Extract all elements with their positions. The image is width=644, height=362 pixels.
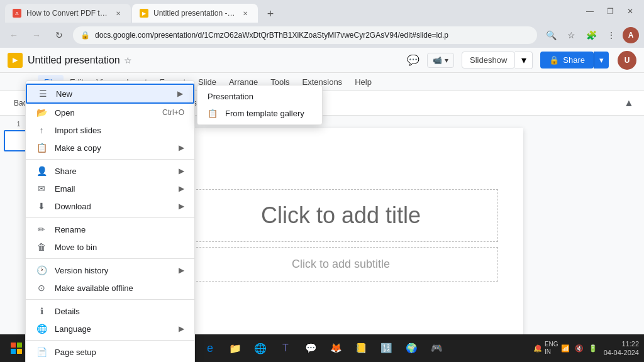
taskbar-firefox[interactable]: 🦊 [325, 337, 347, 359]
slideshow-dropdown-button[interactable]: ▾ [515, 52, 533, 69]
slide-title-area[interactable]: Click to add title [184, 189, 498, 242]
notification-bell-icon[interactable]: 🔔 [532, 343, 543, 354]
slide-canvas[interactable]: Click to add title Click to add subtitle [158, 128, 523, 334]
menu-option-open[interactable]: 📂 Open Ctrl+O [26, 104, 194, 121]
taskbar-teams[interactable]: T [274, 337, 297, 359]
camera-button[interactable]: 📹 ▾ [427, 53, 454, 68]
title-bar: A How to Convert PDF to Googl... ✕ ▶ Unt… [0, 0, 644, 23]
tabs-container: A How to Convert PDF to Googl... ✕ ▶ Unt… [5, 0, 579, 23]
download-icon: ⬇ [36, 201, 47, 211]
more-options-icon[interactable]: ⋮ [602, 26, 620, 44]
browser-frame: A How to Convert PDF to Googl... ✕ ▶ Unt… [0, 0, 644, 362]
back-button[interactable]: ← [5, 26, 23, 44]
new-tab-button[interactable]: + [262, 5, 279, 23]
minimize-button[interactable]: — [581, 3, 599, 20]
tab-pdf[interactable]: A How to Convert PDF to Googl... ✕ [5, 4, 131, 23]
extension-icon[interactable]: 🧩 [582, 26, 600, 44]
system-clock[interactable]: 11:22 04-04-2024 [604, 339, 639, 358]
tab-close-pdf[interactable]: ✕ [113, 8, 123, 18]
profile-avatar[interactable]: A [623, 27, 639, 43]
menu-divider-3 [26, 258, 194, 259]
taskbar-calculator[interactable]: 🔢 [375, 337, 397, 359]
url-bar[interactable]: 🔒 docs.google.com/presentation/d/1CmzO62… [73, 26, 537, 44]
version-label: Version history [55, 266, 108, 275]
menu-divider-4 [26, 299, 194, 300]
offline-label: Make available offline [55, 283, 133, 293]
menu-option-rename[interactable]: ✏ Rename [26, 221, 194, 238]
page-setup-label: Page setup [55, 348, 96, 357]
menu-help[interactable]: Help [348, 75, 378, 89]
refresh-button[interactable]: ↻ [50, 26, 68, 44]
offline-icon: ⊙ [36, 283, 47, 293]
submenu-from-template[interactable]: 📋 From template gallery [197, 105, 322, 122]
battery-icon[interactable]: 🔋 [587, 343, 599, 354]
menu-option-import[interactable]: ↑ Import slides [26, 121, 194, 139]
lock-icon: 🔒 [80, 31, 90, 40]
menu-option-move-bin[interactable]: 🗑 Move to bin [26, 238, 194, 256]
comment-button[interactable]: 💬 [404, 52, 422, 69]
app-title-container: Untitled presentation ☆ [28, 55, 399, 66]
search-browser-icon[interactable]: 🔍 [542, 26, 560, 44]
share-button[interactable]: 🔒 Share [540, 52, 594, 69]
menu-option-new[interactable]: ☰ New ▶ Presentation 📋 From template gal… [26, 84, 194, 104]
open-label: Open [55, 108, 75, 118]
menu-option-email[interactable]: ✉ Email ▶ [26, 180, 194, 197]
new-submenu: Presentation 📋 From template gallery [197, 85, 323, 125]
share-dropdown-button[interactable]: ▾ [594, 52, 609, 69]
slide-subtitle-area[interactable]: Click to add subtitle [184, 247, 498, 282]
import-label: Import slides [55, 126, 101, 135]
close-button[interactable]: ✕ [621, 3, 639, 20]
menu-option-details[interactable]: ℹ Details [26, 302, 194, 320]
menu-option-offline[interactable]: ⊙ Make available offline [26, 279, 194, 297]
menu-option-download[interactable]: ⬇ Download ▶ [26, 197, 194, 215]
sys-tray: 🔔 ENG IN 📶 🔇 🔋 [532, 343, 599, 354]
slide-subtitle-placeholder: Click to add subtitle [292, 258, 390, 270]
copy-arrow: ▶ [179, 143, 184, 152]
bookmark-icon[interactable]: ☆ [562, 26, 580, 44]
open-shortcut: Ctrl+O [162, 108, 184, 117]
slide-title-placeholder: Click to add title [261, 202, 421, 228]
menu-option-share[interactable]: 👤 Share ▶ [26, 162, 194, 180]
user-avatar[interactable]: U [618, 51, 636, 70]
submenu-presentation[interactable]: Presentation [197, 88, 322, 105]
taskbar-notepad[interactable]: 📒 [350, 337, 372, 359]
clock-time: 11:22 [621, 339, 639, 348]
taskbar-explorer[interactable]: 📁 [224, 337, 247, 359]
language-arrow: ▶ [179, 324, 184, 333]
forward-button[interactable]: → [28, 26, 45, 44]
toolbar-collapse-button[interactable]: ▲ [621, 96, 636, 111]
header-actions: 💬 📹 ▾ Slideshow ▾ 🔒 Share ▾ U [404, 51, 636, 70]
svg-rect-0 [11, 343, 16, 348]
open-icon: 📂 [36, 107, 47, 118]
menu-option-version[interactable]: 🕐 Version history ▶ [26, 261, 194, 279]
taskbar-earth[interactable]: 🌍 [400, 337, 423, 359]
lock-small-icon: 🔒 [549, 55, 559, 65]
taskbar-chrome[interactable]: 🌐 [249, 337, 272, 359]
menu-option-language[interactable]: 🌐 Language ▶ [26, 320, 194, 337]
share-menu-label: Share [55, 167, 77, 176]
rename-label: Rename [55, 225, 86, 234]
version-arrow: ▶ [179, 266, 184, 275]
from-template-label: From template gallery [225, 109, 304, 118]
language-indicator[interactable]: ENG IN [546, 343, 557, 354]
maximize-button[interactable]: ❐ [601, 3, 619, 20]
bin-icon: 🗑 [36, 242, 47, 252]
taskbar-right: 🔔 ENG IN 📶 🔇 🔋 11:22 04-04-2024 [532, 339, 639, 358]
taskbar-app1[interactable]: 🎮 [425, 337, 448, 359]
details-label: Details [55, 307, 80, 316]
tab-close-slides[interactable]: ✕ [240, 8, 250, 18]
taskbar-edge[interactable]: e [199, 337, 221, 359]
browser-icons: 🔍 ☆ 🧩 ⋮ A [542, 26, 639, 44]
tab-slides[interactable]: ▶ Untitled presentation - Google... ✕ [132, 4, 258, 23]
taskbar-messenger[interactable]: 💬 [299, 337, 322, 359]
wifi-icon[interactable]: 📶 [560, 343, 571, 354]
menu-option-page-setup[interactable]: 📄 Page setup [26, 343, 194, 361]
new-arrow: ▶ [177, 89, 183, 98]
menu-option-copy[interactable]: 📋 Make a copy ▶ [26, 139, 194, 156]
star-icon[interactable]: ☆ [124, 55, 132, 65]
tab-favicon-slides: ▶ [140, 9, 148, 18]
start-button[interactable] [5, 337, 28, 359]
taskbar-icons: ⧉ e 📁 🌐 T 💬 🦊 📒 🔢 [174, 337, 448, 359]
slideshow-button[interactable]: Slideshow [462, 52, 515, 69]
volume-icon[interactable]: 🔇 [574, 343, 585, 354]
